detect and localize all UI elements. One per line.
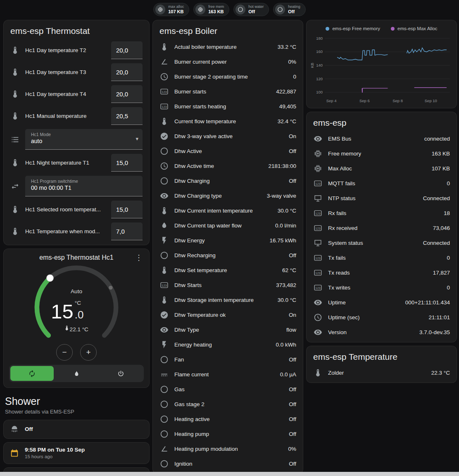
entity-row[interactable]: Current flow temperature32.4 °C <box>153 114 303 129</box>
number-input[interactable]: 20,0 <box>111 63 143 81</box>
memory-history-chart[interactable]: 100120140160180Sep 4Sep 6Sep 8Sep 10KB <box>310 32 453 106</box>
entity-row[interactable]: EMS Busconnected <box>307 131 457 146</box>
entity-row[interactable]: 123Rx fails18 <box>307 206 457 220</box>
entity-row[interactable]: IgnitionOff <box>153 456 303 471</box>
entity-row[interactable]: Burner stage 2 operating time0 <box>153 69 303 84</box>
entity-row[interactable]: 123Tx reads17,827 <box>307 265 457 280</box>
emsesp-card: ems-esp EMS BusconnectedFree memory163 K… <box>306 112 457 342</box>
number-input[interactable]: 20,5 <box>111 107 143 125</box>
thermostat-dial[interactable]: Auto 15 °C .0 22.1 °C <box>23 262 130 343</box>
entity-row[interactable]: Dhw Storage intern temperature30.0 °C <box>153 292 303 307</box>
number-input[interactable]: 15,0 <box>111 154 143 172</box>
number-input[interactable]: 20,0 <box>111 85 143 103</box>
flame-icon <box>73 370 81 378</box>
chip-bar: max alloc107 KBfree mem163 KBhot waterOf… <box>0 0 459 19</box>
entity-row[interactable]: Dhw RechargingOff <box>153 248 303 263</box>
entity-label: Tx writes <box>328 285 350 291</box>
number-input[interactable]: 20,0 <box>111 41 143 59</box>
entity-row[interactable]: Dhw ActiveOff <box>153 144 303 158</box>
decrease-temperature-button[interactable]: − <box>56 344 73 361</box>
select-input[interactable]: Hc1 Modeauto▾ <box>25 129 143 150</box>
chip-value: Off <box>288 9 300 14</box>
entity-row[interactable]: 123Dhw Starts373,482 <box>153 277 303 292</box>
entity-row[interactable]: Dhw Current tap water flow0.0 l/min <box>153 218 303 233</box>
dashboard: ems-esp Thermostat Hc1 Day temperature T… <box>0 19 459 476</box>
svg-text:Sep 8: Sep 8 <box>392 98 403 103</box>
hvac-mode-power-button[interactable] <box>99 366 143 381</box>
entity-row[interactable]: 123Burner starts422,887 <box>153 84 303 99</box>
number-input[interactable]: 15,0 <box>111 201 143 218</box>
entity-value: 0 <box>442 180 450 187</box>
faucet-icon <box>159 221 169 230</box>
entity-value: flow <box>282 327 296 333</box>
entity-row[interactable]: Version3.7.0-dev.35 <box>307 325 457 340</box>
entity-value: 16.75 kWh <box>265 237 296 244</box>
entity-row[interactable]: Dhw Active time2181:38:00 <box>153 158 303 173</box>
increase-temperature-button[interactable]: + <box>80 344 97 361</box>
overflow-menu-icon[interactable]: ⋮ <box>133 253 144 262</box>
entity-label: Gas stage 2 <box>174 401 205 407</box>
entity-row[interactable]: Dhw 3-way valve activeOn <box>153 129 303 144</box>
chip-label: free mem <box>208 5 224 9</box>
entity-row[interactable]: Zolder22.3 °C <box>307 365 457 380</box>
status-chip[interactable]: max alloc107 KB <box>153 3 189 16</box>
entity-row[interactable]: Heating activeOff <box>153 411 303 426</box>
entity-row[interactable]: Dhw Charging type3-way valve <box>153 188 303 203</box>
entity-row[interactable]: Flame current0.0 µA <box>153 367 303 382</box>
entity-label: Version <box>328 329 347 335</box>
status-chip[interactable]: hot waterOff <box>233 3 269 16</box>
entity-label: Dhw Storage intern temperature <box>174 297 254 303</box>
entity-row[interactable]: Energy heating0.0 kWh <box>153 337 303 352</box>
shower-entity-card[interactable]: 9:58 PM on Tue 10 Sep15 hours ago <box>3 442 150 464</box>
entity-value: 0.0 l/min <box>271 222 296 229</box>
hvac-mode-auto-mode-button[interactable] <box>10 366 54 381</box>
entity-row[interactable]: 123Tx writes0 <box>307 280 457 295</box>
entity-value: 000+21:11:01.434 <box>401 299 450 306</box>
entity-row[interactable]: Dhw Current intern temperature30.0 °C <box>153 203 303 218</box>
entity-row[interactable]: 123Tx fails0 <box>307 250 457 265</box>
entity-row[interactable]: 123Rx received73,046 <box>307 220 457 235</box>
horizontal-scrollbar[interactable] <box>0 472 459 476</box>
entity-row[interactable]: Dhw Energy16.75 kWh <box>153 233 303 248</box>
entity-value: 0 <box>442 255 450 261</box>
entity-value: connected <box>420 136 450 142</box>
entity-row[interactable]: Max Alloc107 KB <box>307 161 457 176</box>
entity-row[interactable]: GasOff <box>153 382 303 397</box>
entity-row[interactable]: FanOff <box>153 352 303 367</box>
entity-row[interactable]: Dhw ChargingOff <box>153 173 303 188</box>
thermometer-icon <box>10 68 19 77</box>
section-title: Shower <box>5 395 148 407</box>
entity-row[interactable]: Burner current power0% <box>153 54 303 69</box>
number-input[interactable]: 7,0 <box>111 222 143 240</box>
chip-text: hot waterOff <box>248 5 264 14</box>
shower-entity-card[interactable]: Off <box>3 420 150 439</box>
entity-row[interactable]: Free memory163 KB <box>307 146 457 161</box>
status-chip[interactable]: free mem163 KB <box>193 3 229 16</box>
entity-row[interactable]: Heating pumpOff <box>153 426 303 441</box>
entity-row[interactable]: 123MQTT fails0 <box>307 176 457 191</box>
hvac-mode-flame-button[interactable] <box>55 366 98 381</box>
eye-icon <box>159 191 169 200</box>
legend-label: ems-esp Max Alloc <box>397 26 438 31</box>
legend-label: ems-esp Free memory <box>332 26 380 31</box>
entity-row[interactable]: Actual boiler temperature33.2 °C <box>153 39 303 54</box>
entity-row[interactable]: System statusConnected <box>307 235 457 250</box>
entity-row[interactable]: Dhw Temperature okOn <box>153 307 303 322</box>
chip-text: heatingOff <box>288 5 300 14</box>
card-text: Off <box>25 426 33 433</box>
entity-row[interactable]: Dhw Set temperature62 °C <box>153 263 303 277</box>
entity-label: MQTT fails <box>328 180 355 187</box>
text-input[interactable]: Hc1 Program switchtime00 mo 00:00 T1 <box>25 176 143 196</box>
entity-row[interactable]: NTP statusConnected <box>307 191 457 206</box>
legend-item[interactable]: ems-esp Max Alloc <box>391 26 438 31</box>
svg-text:123: 123 <box>162 283 166 287</box>
status-chip[interactable]: heatingOff <box>273 3 306 16</box>
svg-text:KB: KB <box>310 63 314 68</box>
legend-item[interactable]: ems-esp Free memory <box>326 26 380 31</box>
entity-row[interactable]: Gas stage 2Off <box>153 397 303 411</box>
entity-row[interactable]: Uptime000+21:11:01.434 <box>307 295 457 310</box>
entity-row[interactable]: Dhw Typeflow <box>153 322 303 337</box>
entity-row[interactable]: Heating pump modulation0% <box>153 441 303 456</box>
entity-row[interactable]: Uptime (sec)21:11:01 <box>307 310 457 325</box>
entity-row[interactable]: 123Burner starts heating49,405 <box>153 99 303 114</box>
